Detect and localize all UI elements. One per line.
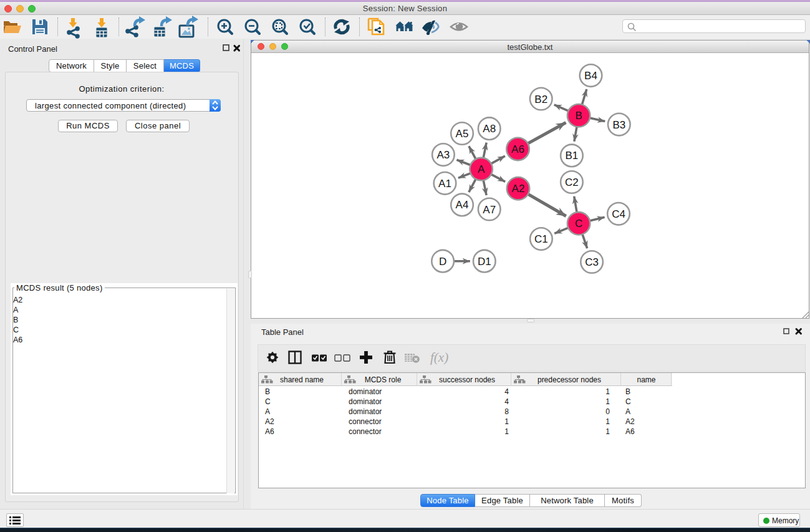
svg-text:B: B	[575, 110, 582, 122]
svg-text:A2: A2	[512, 183, 525, 195]
svg-text:C3: C3	[585, 256, 599, 268]
svg-text:D1: D1	[478, 256, 491, 268]
svg-text:B3: B3	[612, 119, 625, 131]
svg-text:A1: A1	[438, 178, 451, 190]
svg-text:C2: C2	[565, 177, 579, 188]
svg-text:f(x): f(x)	[430, 350, 448, 365]
svg-text:B1: B1	[566, 150, 579, 162]
svg-text:C: C	[575, 218, 582, 230]
svg-text:B2: B2	[534, 94, 547, 105]
svg-text:D: D	[439, 256, 446, 268]
svg-text:A6: A6	[511, 143, 524, 155]
svg-text:A7: A7	[483, 204, 496, 216]
svg-text:A: A	[478, 163, 485, 175]
svg-text:A5: A5	[456, 128, 469, 140]
svg-text:C1: C1	[534, 233, 548, 245]
svg-text:A8: A8	[483, 123, 496, 135]
svg-text:A4: A4	[456, 199, 469, 211]
svg-text:B4: B4	[584, 70, 597, 82]
svg-text:C4: C4	[612, 208, 625, 220]
svg-text:A3: A3	[437, 149, 450, 161]
